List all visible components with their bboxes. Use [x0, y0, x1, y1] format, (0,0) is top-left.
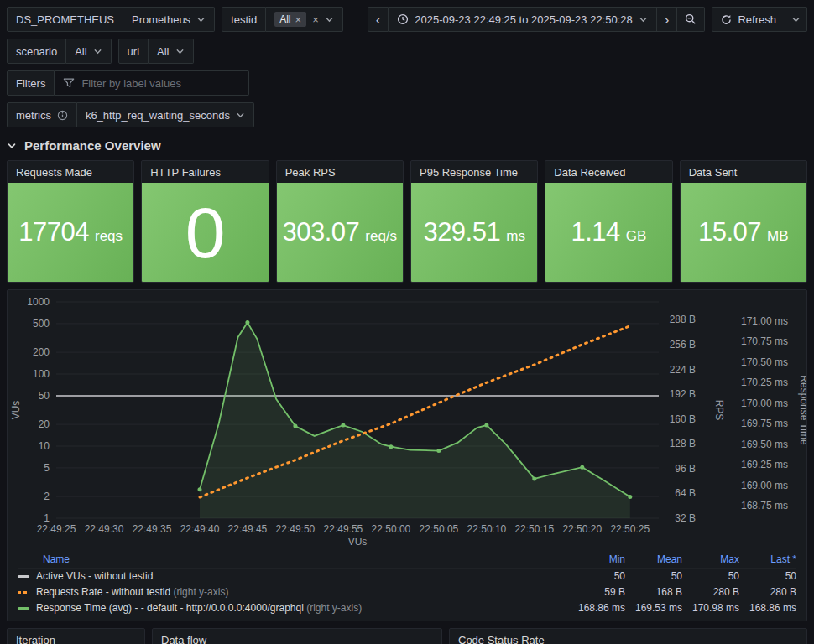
testid-select[interactable]: All × × [266, 7, 343, 32]
svg-text:192 B: 192 B [670, 388, 696, 400]
refresh-button[interactable]: Refresh [712, 7, 785, 32]
legend-row-requests-rate: Requests Rate - without testid (right y-… [18, 584, 796, 600]
stat-unit: MB [767, 228, 789, 245]
stat-value: 1.14 [571, 217, 620, 247]
panel-title[interactable]: HTTP Failures [142, 161, 268, 183]
close-icon[interactable]: × [295, 14, 302, 25]
svg-text:171.00 ms: 171.00 ms [741, 315, 788, 327]
testid-chip-value: All [279, 13, 290, 25]
svg-text:22:49:30: 22:49:30 [85, 523, 124, 535]
zoom-out-icon [685, 13, 697, 25]
svg-text:169.75 ms: 169.75 ms [741, 418, 788, 429]
stat-unit: reqs [95, 228, 123, 245]
svg-text:200: 200 [33, 346, 50, 358]
chevron-down-icon [196, 15, 206, 24]
stat-value: 17704 [18, 217, 89, 247]
svg-text:22:50:10: 22:50:10 [467, 523, 507, 535]
legend-col-min[interactable]: Min [568, 553, 625, 565]
timeseries-chart[interactable]: 1000500200100502010521288 B256 B224 B192… [8, 293, 806, 550]
clear-all-icon[interactable]: × [312, 14, 319, 25]
series-name[interactable]: Requests Rate - without testid (right y-… [36, 586, 568, 598]
url-value: All [157, 45, 169, 58]
time-range-picker[interactable]: 2025-09-23 22:49:25 to 2025-09-23 22:50:… [389, 7, 657, 32]
stat-value-area: 1.14GB [545, 183, 671, 282]
series-name[interactable]: Response Time (avg) - - default - http:/… [36, 602, 568, 614]
legend-col-name[interactable]: Name [18, 553, 568, 565]
svg-text:VUs: VUs [10, 401, 22, 420]
svg-text:Response Time: Response Time [798, 375, 806, 445]
stat-value: 15.07 [698, 217, 761, 247]
series-last: 280 B [739, 586, 796, 598]
datasource-select[interactable]: Prometheus [123, 7, 215, 32]
panel-title[interactable]: Data Sent [681, 161, 806, 183]
time-shift-back-button[interactable]: ‹ [368, 7, 389, 32]
svg-text:22:49:45: 22:49:45 [228, 523, 268, 535]
stat-value-area: 329.51ms [411, 183, 537, 282]
svg-text:170.50 ms: 170.50 ms [741, 356, 788, 368]
refresh-interval-select[interactable] [785, 7, 807, 32]
svg-text:500: 500 [33, 318, 50, 330]
svg-text:22:49:25: 22:49:25 [37, 523, 76, 535]
svg-text:160 B: 160 B [670, 413, 696, 425]
collapse-chevron-icon [7, 141, 17, 151]
refresh-controls: Refresh [712, 7, 807, 32]
metrics-select[interactable]: k6_http_req_waiting_seconds [77, 102, 254, 127]
panel-title[interactable]: Iteration [8, 629, 144, 644]
legend-header: Name Min Mean Max Last * [18, 551, 796, 568]
svg-text:288 B: 288 B [670, 314, 696, 325]
panel-iteration: Iteration [7, 628, 145, 644]
legend-col-last[interactable]: Last * [739, 553, 796, 565]
chevron-down-icon [325, 15, 334, 24]
series-max: 170.98 ms [682, 602, 739, 614]
filter-input[interactable] [81, 77, 240, 90]
series-mean: 168 B [625, 586, 682, 598]
panel-title[interactable]: P95 Response Time [411, 161, 537, 183]
stat-value-area: 0 [142, 183, 268, 282]
panel-title[interactable]: Code Status Rate [450, 629, 806, 644]
stat-value: 303.07 [283, 217, 360, 247]
svg-text:5: 5 [44, 462, 50, 474]
panel-title[interactable]: Requests Made [8, 161, 133, 183]
series-last: 50 [739, 570, 796, 582]
zoom-out-button[interactable] [677, 7, 705, 32]
url-select[interactable]: All [149, 39, 193, 64]
refresh-label: Refresh [738, 13, 776, 26]
svg-text:170.75 ms: 170.75 ms [741, 335, 788, 347]
datasource-picker: DS_PROMETHEUS Prometheus [7, 7, 215, 32]
series-mean: 169.53 ms [625, 602, 682, 614]
svg-text:96 B: 96 B [675, 463, 696, 475]
svg-text:22:50:25: 22:50:25 [610, 523, 650, 535]
testid-label: testid [222, 7, 266, 32]
scenario-label: scenario [7, 39, 66, 64]
svg-text:168.75 ms: 168.75 ms [741, 500, 788, 512]
panel-code-status-rate: Code Status Rate [449, 628, 807, 644]
series-name[interactable]: Active VUs - without testid [36, 570, 568, 582]
svg-text:64 B: 64 B [675, 487, 696, 499]
panel-title[interactable]: Peak RPS [277, 161, 403, 183]
stat-unit: GB [626, 228, 647, 245]
panel-title[interactable]: Data Received [545, 161, 671, 183]
panel-title[interactable]: Data flow [153, 629, 441, 644]
datasource-label: DS_PROMETHEUS [7, 7, 123, 32]
series-swatch [18, 575, 29, 578]
series-swatch [18, 591, 29, 594]
toolbar-row-3: Filters [7, 70, 807, 96]
series-min: 59 B [568, 586, 625, 598]
toolbar-row-2: scenario All url All [7, 39, 807, 64]
scenario-select[interactable]: All [66, 39, 111, 64]
legend-col-mean[interactable]: Mean [625, 553, 682, 565]
time-shift-forward-button[interactable]: › [657, 7, 678, 32]
svg-text:22:50:00: 22:50:00 [372, 523, 411, 535]
svg-text:224 B: 224 B [670, 364, 696, 376]
series-last: 168.86 ms [739, 602, 796, 614]
svg-text:22:50:15: 22:50:15 [514, 523, 554, 535]
metrics-label: metrics [7, 102, 77, 127]
filter-input-wrap [55, 70, 249, 96]
section-performance-overview[interactable]: Performance Overview [7, 138, 807, 153]
testid-picker: testid All × × [222, 7, 343, 32]
svg-text:169.00 ms: 169.00 ms [741, 480, 788, 491]
svg-text:22:50:20: 22:50:20 [562, 523, 602, 535]
testid-chip[interactable]: All × [274, 12, 306, 27]
legend-col-max[interactable]: Max [682, 553, 739, 565]
svg-text:20: 20 [39, 418, 50, 430]
